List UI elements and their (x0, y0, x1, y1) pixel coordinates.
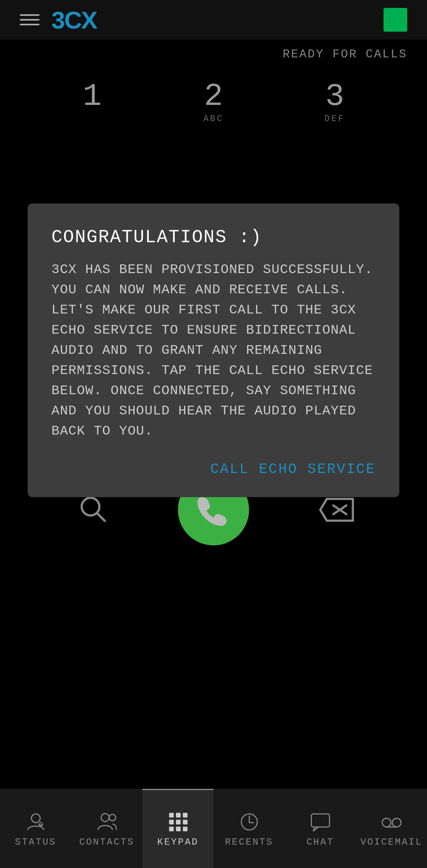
recents-icon (238, 811, 260, 833)
svg-point-8 (109, 814, 116, 821)
modal-body: 3CX has been provisioned successfully. Y… (51, 260, 376, 441)
backspace-icon (312, 496, 355, 524)
call-echo-service-button[interactable]: CALL ECHO SERVICE (210, 461, 376, 477)
phone-icon (196, 492, 231, 528)
svg-rect-17 (183, 826, 187, 831)
status-icon (25, 811, 47, 833)
dialpad-key-1[interactable]: 1 (53, 81, 132, 125)
svg-rect-10 (176, 813, 181, 817)
nav-item-chat[interactable]: CHAT (285, 789, 356, 868)
svg-point-7 (101, 813, 109, 821)
dialpad-row-1: 1 2 ABC 3 DEF (0, 81, 427, 125)
chat-icon (310, 811, 331, 833)
chat-nav-label: CHAT (306, 837, 334, 847)
contacts-icon (96, 811, 118, 833)
status-indicator (384, 8, 407, 32)
app-logo: 3CX (51, 6, 97, 34)
dialpad-area: 1 2 ABC 3 DEF Congratulations :) 3CX has… (0, 65, 427, 561)
nav-item-voicemail[interactable]: VOICEMAIL (356, 789, 427, 868)
nav-item-status[interactable]: STATUS (0, 789, 71, 868)
dialpad-key-2[interactable]: 2 ABC (174, 81, 253, 125)
svg-point-21 (392, 818, 401, 827)
contacts-nav-label: CONTACTS (79, 837, 134, 847)
svg-rect-14 (183, 820, 187, 824)
voicemail-nav-label: VOICEMAIL (361, 837, 423, 847)
hamburger-menu-icon[interactable] (20, 14, 40, 25)
svg-point-5 (31, 814, 40, 822)
nav-item-recents[interactable]: RECENTS (214, 789, 285, 868)
header: 3CX (0, 0, 427, 40)
keypad-nav-label: KEYPAD (157, 837, 198, 847)
modal-title: Congratulations :) (51, 227, 376, 248)
svg-rect-9 (169, 813, 174, 817)
svg-rect-12 (169, 820, 174, 824)
svg-point-20 (382, 818, 391, 827)
dialpad-key-3[interactable]: 3 DEF (295, 81, 374, 125)
status-nav-label: STATUS (15, 837, 56, 847)
ready-status-text: READY FOR CALLS (0, 40, 427, 65)
modal-action-area: CALL ECHO SERVICE (51, 461, 376, 477)
voicemail-icon (381, 811, 402, 833)
svg-rect-16 (176, 826, 181, 831)
bottom-navigation: STATUS CONTACTS KEYPAD RECENTS (0, 789, 427, 868)
svg-rect-13 (176, 820, 181, 824)
recents-nav-label: RECENTS (225, 837, 273, 847)
svg-marker-2 (320, 499, 353, 521)
keypad-icon (167, 811, 189, 833)
nav-item-keypad[interactable]: KEYPAD (142, 789, 214, 868)
svg-rect-15 (169, 826, 174, 831)
svg-rect-19 (311, 814, 329, 827)
svg-line-1 (97, 513, 105, 521)
nav-item-contacts[interactable]: CONTACTS (71, 789, 142, 868)
header-left: 3CX (20, 6, 97, 34)
search-icon (78, 494, 110, 526)
congratulations-modal: Congratulations :) 3CX has been provisio… (28, 203, 399, 497)
svg-rect-11 (183, 813, 187, 817)
